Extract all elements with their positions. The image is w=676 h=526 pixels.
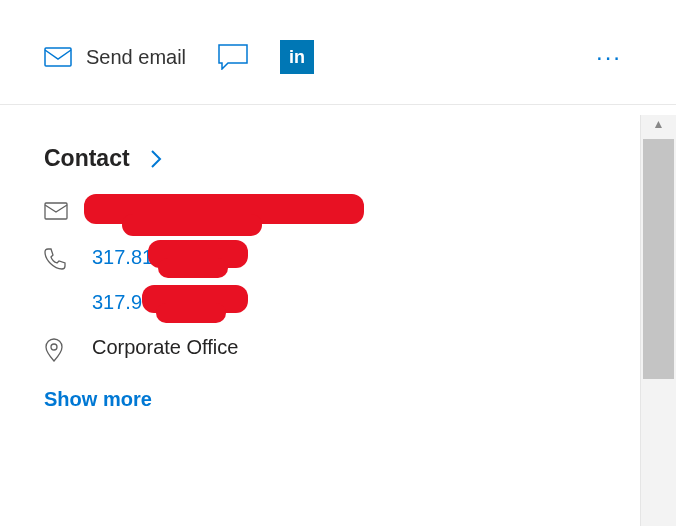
location-text: Corporate Office <box>92 336 238 359</box>
email-row: [redacted] <box>44 200 632 224</box>
chat-button[interactable] <box>218 44 248 70</box>
send-email-label: Send email <box>86 46 186 69</box>
show-more-button[interactable]: Show more <box>44 388 632 411</box>
chevron-right-icon <box>148 149 164 169</box>
location-row: Corporate Office <box>44 336 632 366</box>
redaction-mark <box>156 303 226 323</box>
phone-row: 317.81 317.9 <box>44 246 632 314</box>
location-pin-icon <box>44 338 68 366</box>
svg-rect-0 <box>45 48 71 66</box>
contact-title: Contact <box>44 145 130 172</box>
redaction-mark <box>122 214 262 236</box>
send-email-button[interactable]: Send email <box>44 46 186 69</box>
scrollbar[interactable]: ▲ <box>640 115 676 526</box>
more-actions-button[interactable]: ··· <box>596 43 622 71</box>
svg-point-2 <box>51 344 57 350</box>
more-dots-icon: ··· <box>596 43 622 70</box>
toolbar: Send email in ··· <box>0 0 676 105</box>
chat-icon <box>218 44 248 70</box>
mail-icon <box>44 47 72 67</box>
contact-section: Contact [redacted] 317.81 <box>0 105 676 431</box>
mail-icon <box>44 202 68 224</box>
svg-rect-1 <box>45 203 67 219</box>
phone-icon <box>44 248 68 274</box>
scroll-up-arrow-icon[interactable]: ▲ <box>653 117 665 131</box>
phone-link-2[interactable]: 317.9 <box>92 291 153 314</box>
linkedin-icon: in <box>289 47 305 68</box>
email-link[interactable]: [redacted] <box>92 200 352 223</box>
linkedin-button[interactable]: in <box>280 40 314 74</box>
phone-link-1[interactable]: 317.81 <box>92 246 153 269</box>
scrollbar-thumb[interactable] <box>643 139 674 379</box>
redaction-mark <box>158 258 228 278</box>
contact-header[interactable]: Contact <box>44 145 632 172</box>
